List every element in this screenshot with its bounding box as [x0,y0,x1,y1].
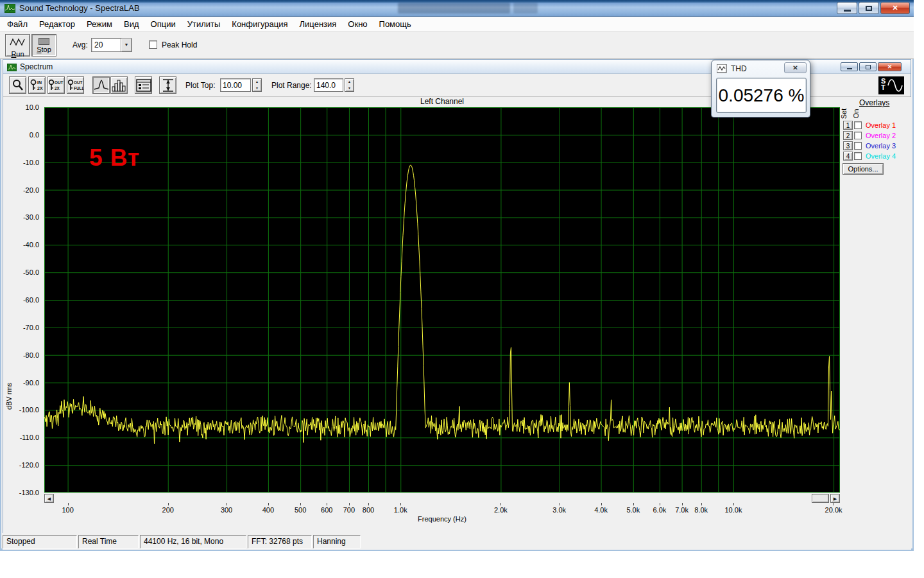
thd-value-panel: 0.05276 % [716,78,807,113]
spectrum-minimize-button[interactable] [841,62,858,71]
x-tick-20.0k: 20.0k [819,506,848,514]
thd-title: THD [731,64,747,73]
minimize-button[interactable] [837,2,857,14]
overlays-options-button[interactable]: Options... [843,163,884,175]
svg-text:FULL: FULL [74,86,83,91]
x-tick-400: 400 [254,506,282,514]
peak-hold-checkbox[interactable] [149,40,157,49]
x-tick-10.0k: 10.0k [719,506,748,514]
spectrum-window: Spectrum ✕ IN2X OUT2X OUTFULL [3,59,911,533]
overlay-set-button-3[interactable]: 3 [843,141,853,150]
x-tick-mark [682,503,683,505]
x-tick-mark [68,503,69,505]
menu-item-9[interactable]: Окно [342,17,373,31]
bar-plot-button[interactable] [110,76,128,94]
x-tick-mark [733,503,734,505]
background-window-ghost [398,3,510,13]
x-tick-mark [327,503,327,505]
x-tick-mark [368,503,369,505]
overlay-on-checkbox-3[interactable] [854,142,862,150]
overlay-on-checkbox-1[interactable] [854,121,862,129]
line-plot-icon [94,79,109,92]
plot-range-input[interactable] [314,78,343,92]
minimize-icon [844,10,851,12]
close-button[interactable]: ✕ [880,2,910,14]
plot-range-spinner[interactable]: ▲▼ [345,78,354,92]
menu-item-4[interactable]: Вид [118,17,145,31]
menu-item-7[interactable]: Конфигурация [226,17,293,31]
maximize-button[interactable] [859,2,879,14]
run-button[interactable]: Run [5,34,30,57]
spinner-down-icon[interactable]: ▼ [345,85,354,92]
application-window: Sound Technology - SpectraLAB ✕ ФайлРеда… [0,0,914,551]
scroll-left-button[interactable]: ◀ [44,494,54,503]
line-plot-button[interactable] [92,76,110,94]
menu-item-1[interactable]: Файл [1,17,33,31]
spinner-down-icon[interactable]: ▼ [253,85,261,92]
spinner-up-icon[interactable]: ▲ [253,79,261,85]
power-annotation: 5 Вт [89,144,140,171]
overlay-label-4: Overlay 4 [866,152,896,160]
zoom-out-2x-button[interactable]: OUT2X [47,76,65,94]
avg-value: 20 [94,40,103,49]
menu-item-8[interactable]: Лицензия [294,17,343,31]
x-tick-200: 200 [154,506,182,514]
spinner-up-icon[interactable]: ▲ [345,79,354,85]
spectralab-st-logo: ST [878,76,904,94]
x-tick-mark [501,503,501,505]
run-button-label: Run [6,50,30,58]
zoom-in-2x-button[interactable]: IN2X [28,76,46,94]
plot-top-input[interactable] [220,78,251,92]
vertical-scale-button[interactable] [159,76,176,94]
scroll-right-button[interactable]: ▶ [830,494,840,503]
zoom-out-full-icon: OUTFULL [67,78,83,93]
menu-item-2[interactable]: Редактор [33,17,81,31]
x-tick-100: 100 [54,506,82,514]
minimize-icon [847,68,852,69]
main-toolbar: Run Stop Avg: 20 ▼ Peak Hold [0,32,914,59]
menu-item-5[interactable]: Опции [145,17,182,31]
menu-item-3[interactable]: Режим [81,17,118,31]
menu-item-10[interactable]: Помощь [373,17,417,31]
svg-text:2X: 2X [55,86,60,91]
thd-close-button[interactable]: ✕ [784,62,807,73]
overlay-set-button-4[interactable]: 4 [843,152,853,161]
spectrum-window-icon [7,62,17,74]
chevron-down-icon[interactable]: ▼ [121,39,132,51]
zoom-tool-button[interactable] [9,76,26,94]
overlay-label-3: Overlay 3 [866,142,896,150]
sine-wave-icon [9,37,27,47]
spectrum-maximize-button[interactable] [859,62,877,71]
maximize-icon [866,65,871,69]
overlay-on-checkbox-4[interactable] [854,152,862,160]
status-bar: StoppedReal Time44100 Hz, 16 bit, MonoFF… [3,534,911,550]
menu-item-6[interactable]: Утилиты [182,17,227,31]
avg-select[interactable]: 20 ▼ [91,38,132,52]
y-tick-10.0: 10.0 [3,103,39,111]
spectrum-plot[interactable] [44,107,840,493]
x-tick-4.0k: 4.0k [587,506,615,514]
main-titlebar: Sound Technology - SpectraLAB ✕ [0,0,914,17]
plot-top-spinner[interactable]: ▲▼ [252,78,262,92]
x-tick-8.0k: 8.0k [687,506,715,514]
overlay-on-checkbox-2[interactable] [854,132,862,139]
overlay-set-button-2[interactable]: 2 [843,131,853,140]
app-logo-icon [4,4,15,15]
svg-text:2X: 2X [37,86,43,91]
x-tick-mark [601,503,602,505]
display-options-button[interactable] [135,76,152,94]
zoom-out-full-button[interactable]: OUTFULL [67,76,84,94]
stop-icon [38,38,49,45]
arrow-right-icon: ▶ [834,496,837,501]
y-axis-labels: 10.00.0-10.0-20.0-30.0-40.0-50.0-60.0-70… [3,97,42,534]
x-tick-5.0k: 5.0k [619,506,647,514]
thd-value: 0.05276 % [719,85,805,106]
y-axis-title: dBV rms [5,374,13,419]
x-tick-300: 300 [212,506,241,514]
overlay-set-button-1[interactable]: 1 [843,121,853,130]
x-tick-mark [660,503,660,505]
scroll-thumb[interactable] [812,494,829,503]
stop-button[interactable]: Stop [31,34,56,57]
spectrum-close-button[interactable]: ✕ [878,62,902,71]
arrow-left-icon: ◀ [47,496,51,501]
